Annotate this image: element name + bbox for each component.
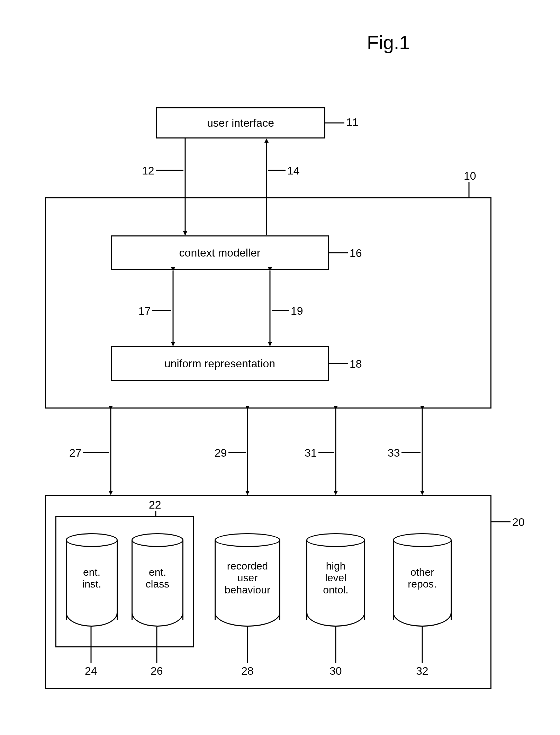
ref-29: 29 bbox=[215, 447, 227, 459]
ref-11: 11 bbox=[346, 116, 359, 129]
user-interface-label: user interface bbox=[207, 117, 274, 129]
ref-10: 10 bbox=[464, 170, 476, 182]
cylinder-recorded-user-behaviour: recordeduserbehaviour bbox=[215, 533, 280, 627]
ref-28: 28 bbox=[241, 665, 254, 678]
cylinder-rub-label: recordeduserbehaviour bbox=[215, 560, 280, 596]
ref-20: 20 bbox=[512, 516, 525, 529]
uniform-representation-block: uniform representation bbox=[111, 346, 329, 381]
context-modeller-block: context modeller bbox=[111, 235, 329, 270]
ref-26: 26 bbox=[151, 665, 163, 678]
context-modeller-label: context modeller bbox=[179, 247, 261, 259]
cylinder-hlo-label: highlevelontol. bbox=[306, 560, 365, 596]
ref-27: 27 bbox=[69, 447, 82, 459]
cylinder-other-label: otherrepos. bbox=[393, 566, 452, 590]
ref-30: 30 bbox=[329, 665, 342, 678]
ref-19: 19 bbox=[291, 305, 303, 317]
ref-31: 31 bbox=[305, 447, 317, 459]
cylinder-ent-inst-label: ent.inst. bbox=[66, 566, 118, 590]
uniform-representation-label: uniform representation bbox=[164, 357, 275, 370]
ref-14: 14 bbox=[287, 164, 300, 177]
cylinder-ent-class: ent.class bbox=[132, 533, 183, 627]
ref-18: 18 bbox=[350, 358, 362, 370]
cylinder-ent-class-label: ent.class bbox=[132, 566, 183, 590]
figure-title: Fig.1 bbox=[367, 31, 410, 54]
ref-16: 16 bbox=[350, 247, 362, 260]
ref-12: 12 bbox=[142, 164, 154, 177]
ref-24: 24 bbox=[85, 665, 97, 678]
ref-22: 22 bbox=[149, 499, 161, 511]
cylinder-other-repos: otherrepos. bbox=[393, 533, 452, 627]
cylinder-high-level-ontol: highlevelontol. bbox=[306, 533, 365, 627]
ref-32: 32 bbox=[416, 665, 428, 678]
user-interface-block: user interface bbox=[156, 107, 325, 138]
ref-17: 17 bbox=[138, 305, 151, 317]
cylinder-ent-inst: ent.inst. bbox=[66, 533, 118, 627]
ref-33: 33 bbox=[388, 447, 400, 459]
